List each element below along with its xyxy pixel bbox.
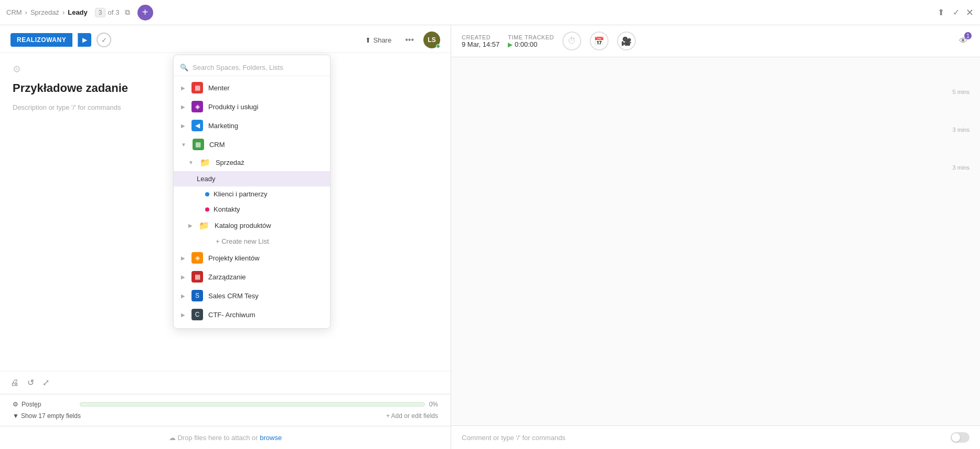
projekty-icon: ◈ — [191, 252, 203, 264]
progress-bar-container — [80, 402, 425, 406]
share-button[interactable]: ⬆ Share — [361, 34, 396, 46]
progress-label: ⚙ Postęp — [13, 401, 76, 408]
expand-arrow-icon: ▶ — [181, 312, 185, 318]
comment-bar: Comment or type '/' for commands — [451, 425, 980, 449]
menu-item-sprzedaz[interactable]: ▼ 📁 Sprzedaż — [174, 154, 330, 171]
expand-arrow-icon: ▼ — [188, 160, 194, 165]
expand-arrow-icon: ▶ — [181, 274, 185, 280]
menter-icon: ▦ — [191, 82, 203, 93]
complete-button[interactable]: ✓ — [97, 33, 111, 47]
pink-dot-icon — [205, 207, 209, 212]
progress-percentage: 0% — [429, 401, 438, 408]
crm-icon: ▦ — [193, 139, 204, 150]
status-arrow-button[interactable]: ▶ — [78, 33, 91, 47]
created-section: CREATED 9 Mar, 14:57 — [462, 34, 499, 48]
breadcrumb-leady[interactable]: Leady — [68, 8, 88, 16]
right-panel: CREATED 9 Mar, 14:57 TIME TRACKED ▶ 0:00… — [451, 25, 980, 449]
comment-input[interactable]: Comment or type '/' for commands — [462, 434, 951, 442]
right-header: CREATED 9 Mar, 14:57 TIME TRACKED ▶ 0:00… — [451, 25, 980, 57]
avatar-online-dot — [436, 44, 440, 48]
add-button[interactable]: + — [137, 5, 153, 20]
page-current[interactable]: 3 — [95, 8, 106, 17]
folder-icon: 📁 — [200, 158, 210, 168]
menu-item-katalog[interactable]: ▶ 📁 Katalog produktów — [174, 217, 330, 234]
produkty-label: Produkty i usługi — [208, 103, 258, 111]
sprzedaz-label: Sprzedaż — [216, 159, 244, 166]
check-icon[interactable]: ✓ — [951, 5, 962, 19]
close-button[interactable]: ✕ — [966, 7, 974, 18]
blue-dot-icon — [205, 192, 209, 196]
share-icon: ⬆ — [365, 36, 371, 44]
browse-link[interactable]: browse — [260, 434, 282, 442]
expand-arrow-icon: ▼ — [181, 142, 186, 148]
menu-item-sales-crm[interactable]: ▶ S Sales CRM Tesy — [174, 286, 330, 305]
menu-item-marketing[interactable]: ▶ ◀ Marketing — [174, 116, 330, 135]
time-tracked-section: TIME TRACKED ▶ 0:00:00 — [508, 34, 554, 48]
menu-item-klienci[interactable]: Klienci i partnerzy — [174, 186, 330, 202]
search-box: 🔍 — [174, 59, 330, 76]
video-icon[interactable]: 🎥 — [617, 32, 636, 50]
copy-icon[interactable]: ⧉ — [125, 8, 130, 17]
menu-item-crm[interactable]: ▼ ▦ CRM — [174, 135, 330, 154]
comment-toggle[interactable] — [951, 432, 970, 443]
create-new-list-button[interactable]: + Create new List — [174, 234, 330, 248]
calendar-icon[interactable]: 📅 — [590, 32, 609, 50]
print-icon[interactable]: 🖨 — [8, 376, 21, 390]
search-icon: 🔍 — [180, 64, 188, 71]
empty-fields-row: ▼ Show 17 empty fields + Add or edit fie… — [13, 412, 438, 420]
time-label-1: 5 mins — [953, 89, 970, 95]
left-panel: REALIZOWANY ▶ ✓ ⬆ Share ••• LS ⚙ Przykła… — [0, 25, 451, 449]
menu-item-leady[interactable]: Leady — [174, 171, 330, 186]
timer-icon[interactable]: ⏱ — [562, 32, 581, 50]
katalog-label: Katalog produktów — [215, 222, 271, 229]
expand-arrow-icon: ▶ — [181, 293, 185, 299]
ctf-icon: C — [191, 309, 203, 320]
bottom-section: ⚙ Postęp 0% ▼ Show 17 empty fields + Add… — [0, 394, 451, 426]
main-layout: REALIZOWANY ▶ ✓ ⬆ Share ••• LS ⚙ Przykła… — [0, 25, 980, 449]
page-total: 3 — [115, 8, 119, 16]
produkty-icon: ◈ — [191, 101, 203, 112]
menu-item-ctf[interactable]: ▶ C CTF- Archiwum — [174, 305, 330, 324]
search-input[interactable] — [193, 64, 324, 71]
expand-arrow-icon: ▶ — [181, 85, 185, 91]
views-button[interactable]: 👁 1 — [957, 34, 970, 48]
more-options-button[interactable]: ••• — [401, 33, 418, 47]
file-drop-zone[interactable]: ☁ Drop files here to attach or browse — [0, 426, 451, 449]
breadcrumb: CRM › Sprzedaż › Leady 3 of 3 ⧉ + — [6, 5, 935, 20]
time-tracked-label: TIME TRACKED — [508, 34, 554, 40]
progress-section: ⚙ Postęp 0% — [13, 401, 438, 408]
status-button[interactable]: REALIZOWANY — [10, 33, 72, 47]
menu-item-kontakty[interactable]: Kontakty — [174, 202, 330, 217]
location-dropdown: 🔍 ▶ ▦ Menter ▶ ◈ Produkty i usługi ▶ ◀ M… — [173, 55, 331, 329]
menter-label: Menter — [208, 84, 229, 92]
expand-arrow-icon: ▶ — [181, 123, 185, 129]
menu-item-produkty[interactable]: ▶ ◈ Produkty i usługi — [174, 97, 330, 116]
task-header: REALIZOWANY ▶ ✓ ⬆ Share ••• LS — [0, 25, 451, 53]
breadcrumb-sprzedaz[interactable]: Sprzedaż — [30, 8, 59, 16]
show-empty-fields-button[interactable]: ▼ Show 17 empty fields — [13, 412, 81, 420]
folder-icon: 📁 — [199, 221, 209, 231]
avatar: LS — [423, 32, 440, 48]
chevron-down-icon: ▼ — [13, 412, 19, 420]
time-play-icon: ▶ — [508, 41, 513, 48]
right-content: 5 mins 3 mins 3 mins — [451, 57, 980, 425]
created-value: 9 Mar, 14:57 — [462, 40, 499, 48]
history-icon[interactable]: ↺ — [25, 375, 36, 390]
expand-icon[interactable]: ⤢ — [40, 375, 51, 390]
marketing-label: Marketing — [208, 122, 238, 130]
sales-crm-label: Sales CRM Tesy — [208, 292, 259, 300]
top-bar-right: ⬆ ✓ ✕ — [935, 5, 974, 19]
menu-item-menter[interactable]: ▶ ▦ Menter — [174, 78, 330, 97]
drop-cloud-icon: ☁ — [169, 434, 176, 442]
time-value: 0:00:00 — [515, 40, 537, 48]
upload-icon[interactable]: ⬆ — [935, 5, 946, 19]
leady-label: Leady — [197, 175, 215, 183]
menu-item-projekty[interactable]: ▶ ◈ Projekty klientów — [174, 248, 330, 267]
breadcrumb-crm[interactable]: CRM — [6, 8, 22, 16]
top-bar: CRM › Sprzedaż › Leady 3 of 3 ⧉ + ⬆ ✓ ✕ — [0, 0, 980, 25]
menu-item-zarzadzanie[interactable]: ▶ ▦ Zarządzanie — [174, 267, 330, 286]
add-edit-fields-button[interactable]: + Add or edit fields — [386, 412, 438, 420]
created-label: CREATED — [462, 34, 499, 40]
views-badge: 1 — [964, 32, 972, 39]
ctf-label: CTF- Archiwum — [208, 311, 255, 319]
